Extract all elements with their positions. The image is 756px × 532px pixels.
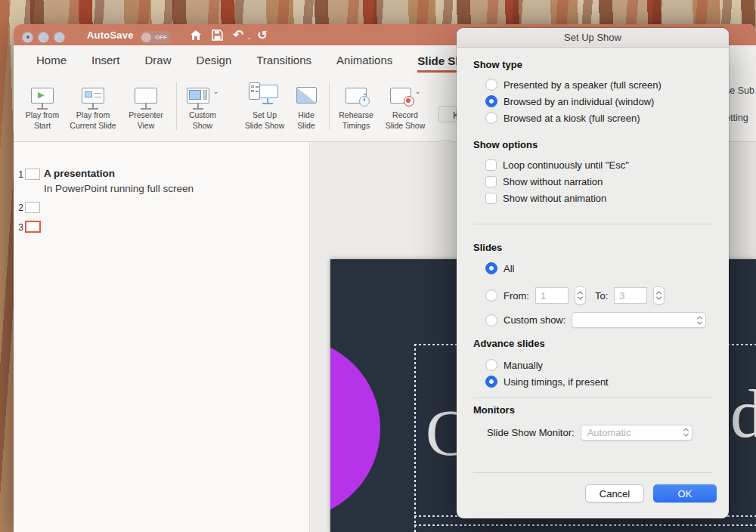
checkbox-row-animation[interactable]: Show without animation xyxy=(485,191,606,205)
from-label: From: xyxy=(503,290,529,302)
placeholder-border-left xyxy=(414,344,416,532)
slide-3-thumbnail-selected[interactable] xyxy=(25,221,41,233)
tab-design[interactable]: Design xyxy=(197,54,232,68)
dialog-title: Set Up Show xyxy=(564,32,621,43)
radio-row-kiosk[interactable]: Browsed at a kiosk (full screen) xyxy=(485,111,640,125)
checkbox-row-loop[interactable]: Loop continuously until "Esc" xyxy=(485,158,629,172)
show-type-header: Show type xyxy=(473,58,522,72)
placeholder2-border-top xyxy=(414,524,756,526)
custom-show-label: Custom show: xyxy=(503,314,565,326)
to-input[interactable] xyxy=(614,287,647,304)
presenter-view-icon xyxy=(135,88,157,104)
radio-row-using-timings[interactable]: Using timings, if present xyxy=(485,375,609,388)
tab-animations[interactable]: Animations xyxy=(336,54,392,68)
autosave-label: AutoSave xyxy=(87,29,134,41)
slide-show-monitor-dropdown[interactable]: Automatic xyxy=(581,425,692,441)
checkbox-row-narration[interactable]: Show without narration xyxy=(485,175,603,188)
to-stepper[interactable] xyxy=(653,286,665,305)
play-from-current-slide-button[interactable]: Play from Current Slide xyxy=(64,80,122,131)
radio-selected-icon[interactable] xyxy=(485,376,497,388)
rehearse-timings-icon xyxy=(345,88,367,104)
show-options-header: Show options xyxy=(473,138,538,152)
cancel-button[interactable]: Cancel xyxy=(585,484,644,503)
set-up-slide-show-icon xyxy=(249,82,280,108)
slide-purple-circle-shape xyxy=(330,338,380,519)
radio-row-all[interactable]: All xyxy=(485,261,514,275)
from-stepper[interactable] xyxy=(575,286,586,305)
autosave-state: OFF xyxy=(155,34,167,41)
tab-insert[interactable]: Insert xyxy=(91,54,120,68)
checkbox-label: Loop continuously until "Esc" xyxy=(503,159,629,171)
autosave-toggle[interactable]: OFF xyxy=(140,31,172,44)
hide-slide-icon xyxy=(296,87,317,104)
redo-icon[interactable]: ↺ xyxy=(256,29,269,42)
radio-label: Manually xyxy=(503,360,543,371)
checkbox-icon[interactable] xyxy=(485,176,497,187)
radio-label: Using timings, if present xyxy=(503,376,609,388)
radio-icon[interactable] xyxy=(485,359,497,371)
custom-show-dropdown-chevron-icon[interactable]: ⌄ xyxy=(213,88,219,95)
slide-1-thumbnail[interactable] xyxy=(25,169,40,180)
tab-transitions[interactable]: Transitions xyxy=(256,54,311,68)
checkbox-icon[interactable] xyxy=(485,159,497,171)
dropdown-chevrons-icon xyxy=(684,428,688,437)
presenter-view-button[interactable]: Presenter View xyxy=(117,80,175,131)
radio-icon[interactable] xyxy=(485,314,497,326)
more-commands-icon[interactable] xyxy=(278,29,292,42)
play-from-current-icon xyxy=(82,88,104,104)
radio-row-from-to[interactable]: From: To: xyxy=(485,286,665,305)
custom-show-button[interactable]: ⌄ Custom Show xyxy=(174,80,231,131)
custom-show-icon xyxy=(187,88,209,104)
powerpoint-window: AutoSave OFF ↶ ⌄ ↺ Home Insert Draw Desi… xyxy=(14,24,756,532)
radio-icon[interactable] xyxy=(485,79,497,91)
advance-slides-header: Advance slides xyxy=(473,337,545,351)
radio-label: Browsed at a kiosk (full screen) xyxy=(503,113,640,124)
undo-icon[interactable]: ↶ xyxy=(231,29,245,42)
checkbox-label: Show without narration xyxy=(503,176,603,187)
outline-slide-title[interactable]: A presentation xyxy=(44,168,115,179)
set-up-show-dialog: Set Up Show Show type Presented by a spe… xyxy=(457,28,729,518)
hide-slide-button[interactable]: Hide Slide xyxy=(277,80,335,131)
checkbox-icon[interactable] xyxy=(485,193,497,204)
tab-draw[interactable]: Draw xyxy=(145,54,172,68)
radio-row-speaker[interactable]: Presented by a speaker (full screen) xyxy=(485,78,662,91)
monitors-header: Monitors xyxy=(473,404,515,417)
radio-row-manually[interactable]: Manually xyxy=(485,358,543,372)
monitor-value: Automatic xyxy=(587,427,631,438)
to-label: To: xyxy=(595,290,608,302)
divider xyxy=(473,224,712,224)
minimize-button[interactable] xyxy=(38,32,49,43)
checkbox-label: Show without animation xyxy=(503,193,606,204)
close-button[interactable] xyxy=(22,32,33,43)
divider xyxy=(473,397,712,398)
radio-row-custom-show[interactable]: Custom show: xyxy=(485,312,706,328)
record-slide-show-icon xyxy=(390,88,411,104)
dropdown-chevrons-icon xyxy=(698,316,702,325)
monitor-row: Slide Show Monitor: Automatic xyxy=(487,424,692,441)
ok-button[interactable]: OK xyxy=(653,484,717,503)
slide-2-thumbnail[interactable] xyxy=(25,202,40,213)
custom-show-dropdown[interactable] xyxy=(572,312,706,328)
radio-selected-icon[interactable] xyxy=(485,95,497,107)
undo-dropdown-chevron-icon[interactable]: ⌄ xyxy=(246,34,252,41)
outline-panel: 1 A presentation In PowerPoint running f… xyxy=(14,142,310,532)
save-icon[interactable] xyxy=(210,29,224,42)
home-icon[interactable] xyxy=(189,29,203,42)
tab-home[interactable]: Home xyxy=(36,54,67,68)
zoom-button[interactable] xyxy=(54,32,65,43)
radio-icon[interactable] xyxy=(485,289,497,302)
radio-row-individual[interactable]: Browsed by an individual (window) xyxy=(485,94,654,108)
radio-icon[interactable] xyxy=(485,112,497,124)
slide-number: 2 xyxy=(16,203,23,213)
play-from-start-button[interactable]: ▶ Play from Start xyxy=(14,80,71,131)
slide-title-fragment-right: d xyxy=(730,380,756,448)
radio-label: Presented by a speaker (full screen) xyxy=(503,79,662,91)
record-slide-show-button[interactable]: ⌄ Record Slide Show xyxy=(376,80,434,131)
from-input[interactable] xyxy=(535,287,569,304)
radio-selected-icon[interactable] xyxy=(485,262,497,274)
outline-slide-body[interactable]: In PowerPoint running full screen xyxy=(44,183,194,194)
slide-number: 1 xyxy=(16,169,23,180)
slides-header: Slides xyxy=(473,241,502,255)
record-dropdown-chevron-icon[interactable]: ⌄ xyxy=(415,88,421,95)
dialog-titlebar[interactable]: Set Up Show xyxy=(457,28,729,48)
